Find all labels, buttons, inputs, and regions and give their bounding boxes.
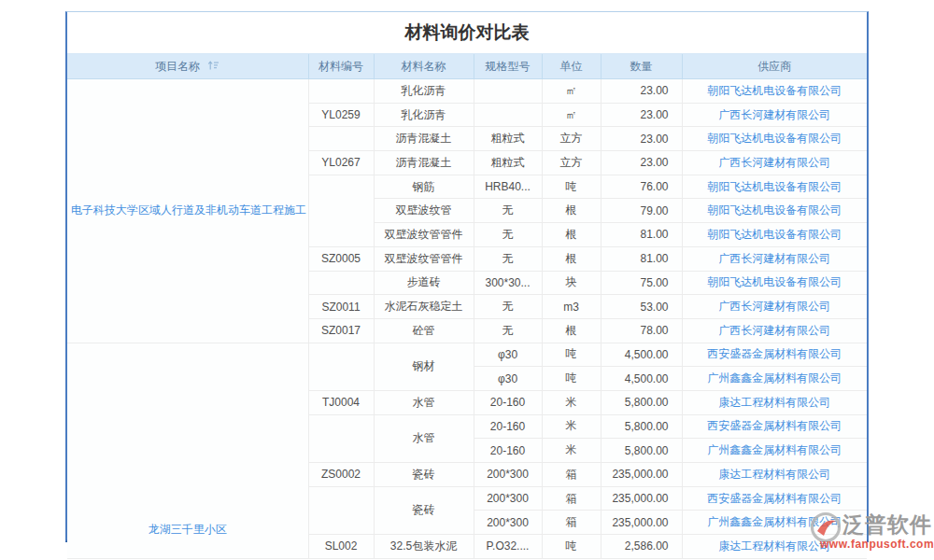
cell-supplier[interactable]: 广州鑫鑫金属材料有限公司 xyxy=(682,367,867,391)
cell-name: 沥青混凝土 xyxy=(374,127,474,151)
cell-supplier[interactable]: 朝阳飞达机电设备有限公司 xyxy=(682,127,867,151)
cell-supplier[interactable]: 朝阳飞达机电设备有限公司 xyxy=(682,223,867,247)
cell-unit: 箱 xyxy=(542,511,601,535)
cell-code: YL0259 xyxy=(308,103,374,127)
cell-qty: 235,000.00 xyxy=(601,511,682,535)
cell-qty: 23.00 xyxy=(601,103,682,127)
cell-qty: 76.00 xyxy=(601,175,682,199)
cell-spec: φ30 xyxy=(474,343,542,367)
cell-code xyxy=(308,486,374,534)
cell-name: 钢筋 xyxy=(374,175,474,199)
cell-code: SL002 xyxy=(308,535,374,559)
cell-supplier[interactable]: 朝阳飞达机电设备有限公司 xyxy=(682,271,867,295)
cell-name: 乳化沥青 xyxy=(374,79,474,104)
cell-code: SZ0005 xyxy=(308,246,374,271)
col-header-project[interactable]: 项目名称 xyxy=(67,54,308,79)
cell-code xyxy=(308,175,374,246)
cell-unit: 根 xyxy=(542,246,601,271)
col-header-name: 材料名称 xyxy=(374,54,474,79)
cell-unit: 根 xyxy=(542,318,601,343)
cell-code xyxy=(308,414,374,462)
cell-spec: 200*300 xyxy=(474,511,542,535)
cell-qty: 53.00 xyxy=(601,295,682,319)
cell-qty: 5,800.00 xyxy=(601,390,682,414)
cell-name: 水泥石灰稳定土 xyxy=(374,295,474,319)
cell-qty: 23.00 xyxy=(601,127,682,151)
cell-qty: 5,800.00 xyxy=(601,414,682,439)
cell-supplier[interactable]: 朝阳飞达机电设备有限公司 xyxy=(682,79,867,104)
cell-spec xyxy=(474,79,542,104)
cell-unit: 箱 xyxy=(542,486,601,511)
cell-name: 沥青混凝土 xyxy=(374,151,474,175)
material-inquiry-table: 项目名称 材料编号 材料名称 规格型号 单位 数量 供应商 xyxy=(67,54,867,559)
cell-qty: 235,000.00 xyxy=(601,486,682,511)
cell-supplier[interactable]: 西安盛器金属材料有限公司 xyxy=(682,343,867,367)
cell-spec: 粗粒式 xyxy=(474,127,542,151)
cell-unit: 块 xyxy=(542,271,601,295)
cell-code xyxy=(308,271,374,295)
cell-spec: φ30 xyxy=(474,367,542,391)
cell-supplier[interactable]: 康达工程材料有限公司 xyxy=(682,463,867,487)
cell-supplier[interactable]: 康达工程材料有限公司 xyxy=(682,390,867,414)
cell-name: 水管 xyxy=(374,414,474,462)
cell-unit: 米 xyxy=(542,439,601,463)
cell-code: SZ0017 xyxy=(308,318,374,343)
cell-qty: 5,800.00 xyxy=(601,439,682,463)
cell-qty: 4,500.00 xyxy=(601,367,682,391)
col-header-code: 材料编号 xyxy=(308,54,374,79)
cell-code: YL0267 xyxy=(308,151,374,175)
sort-icon[interactable] xyxy=(207,60,219,74)
cell-qty: 4,500.00 xyxy=(601,343,682,367)
cell-name: 瓷砖 xyxy=(374,463,474,487)
cell-code: ZS0002 xyxy=(308,463,374,487)
cell-project[interactable]: 电子科技大学区域人行道及非机动车道工程施工 xyxy=(67,79,308,343)
cell-unit: ㎡ xyxy=(542,79,601,104)
cell-name: 双壁波纹管管件 xyxy=(374,246,474,271)
cell-supplier[interactable]: 广西长河建材有限公司 xyxy=(682,318,867,343)
cell-spec: 20-160 xyxy=(474,439,542,463)
cell-supplier[interactable]: 广州鑫鑫金属材料有限公司 xyxy=(682,439,867,463)
table-row: 龙湖三千里小区钢材φ30吨4,500.00西安盛器金属材料有限公司 xyxy=(67,343,867,367)
cell-supplier[interactable]: 广西长河建材有限公司 xyxy=(682,103,867,127)
cell-unit: m3 xyxy=(542,295,601,319)
cell-spec: HRB40... xyxy=(474,175,542,199)
cell-name: 钢材 xyxy=(374,343,474,390)
vendor-watermark: 泛普软件 www.fanpusoft.com xyxy=(809,509,934,555)
cell-spec: 无 xyxy=(474,318,542,343)
cell-supplier[interactable]: 朝阳飞达机电设备有限公司 xyxy=(682,199,867,223)
cell-unit: 立方 xyxy=(542,127,601,151)
cell-qty: 235,000.00 xyxy=(601,463,682,487)
cell-qty: 81.00 xyxy=(601,223,682,247)
cell-unit: 根 xyxy=(542,199,601,223)
col-header-spec: 规格型号 xyxy=(474,54,542,79)
cell-spec: 无 xyxy=(474,295,542,319)
col-header-project-label: 项目名称 xyxy=(155,60,200,73)
cell-unit: 箱 xyxy=(542,463,601,487)
cell-spec: 20-160 xyxy=(474,390,542,414)
cell-code xyxy=(308,343,374,390)
cell-qty: 78.00 xyxy=(601,318,682,343)
cell-project[interactable]: 龙湖三千里小区 xyxy=(67,343,308,558)
comparison-table-panel: 材料询价对比表 项目名称 材料编号 xyxy=(65,11,869,542)
table-row: 电子科技大学区域人行道及非机动车道工程施工乳化沥青㎡23.00朝阳飞达机电设备有… xyxy=(67,79,867,104)
cell-name: 双壁波纹管 xyxy=(374,199,474,223)
cell-spec: 无 xyxy=(474,223,542,247)
cell-unit: 立方 xyxy=(542,151,601,175)
cell-spec: 20-160 xyxy=(474,414,542,439)
cell-supplier[interactable]: 广西长河建材有限公司 xyxy=(682,151,867,175)
cell-supplier[interactable]: 西安盛器金属材料有限公司 xyxy=(682,414,867,439)
cell-spec: 粗粒式 xyxy=(474,151,542,175)
cell-spec: 无 xyxy=(474,246,542,271)
cell-unit: 米 xyxy=(542,390,601,414)
cell-unit: 吨 xyxy=(542,175,601,199)
cell-code: SZ0011 xyxy=(308,295,374,319)
cell-qty: 79.00 xyxy=(601,199,682,223)
cell-supplier[interactable]: 朝阳飞达机电设备有限公司 xyxy=(682,175,867,199)
cell-code xyxy=(308,127,374,151)
cell-name: 步道砖 xyxy=(374,271,474,295)
cell-supplier[interactable]: 广西长河建材有限公司 xyxy=(682,246,867,271)
cell-supplier[interactable]: 西安盛器金属材料有限公司 xyxy=(682,486,867,511)
cell-spec: 无 xyxy=(474,199,542,223)
cell-spec: 200*300 xyxy=(474,463,542,487)
cell-supplier[interactable]: 广西长河建材有限公司 xyxy=(682,295,867,319)
